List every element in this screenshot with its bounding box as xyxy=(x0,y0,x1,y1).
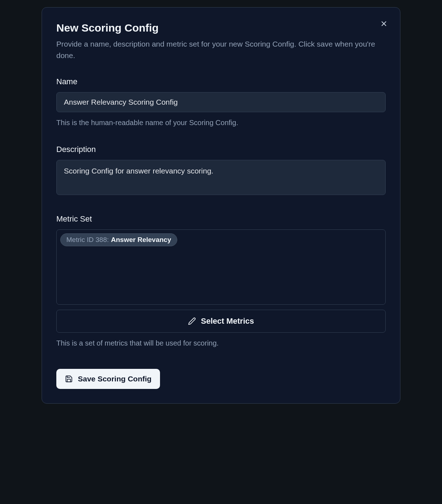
edit-icon xyxy=(188,317,196,325)
description-label: Description xyxy=(56,145,386,154)
select-metrics-button[interactable]: Select Metrics xyxy=(56,310,386,333)
metric-set-box: Metric ID 388: Answer Relevancy xyxy=(56,229,386,305)
modal-header: New Scoring Config Provide a name, descr… xyxy=(56,22,386,61)
modal-subtitle: Provide a name, description and metric s… xyxy=(56,38,386,61)
metric-chip[interactable]: Metric ID 388: Answer Relevancy xyxy=(60,233,177,246)
save-button-label: Save Scoring Config xyxy=(78,375,151,383)
modal-title: New Scoring Config xyxy=(56,22,386,34)
name-label: Name xyxy=(56,77,386,86)
name-field-group: Name This is the human-readable name of … xyxy=(56,77,386,127)
metric-set-field-group: Metric Set Metric ID 388: Answer Relevan… xyxy=(56,214,386,347)
name-help-text: This is the human-readable name of your … xyxy=(56,119,386,127)
close-button[interactable] xyxy=(378,18,389,29)
scoring-config-modal: New Scoring Config Provide a name, descr… xyxy=(42,7,400,404)
description-field-group: Description xyxy=(56,145,386,196)
metric-chip-name: Answer Relevancy xyxy=(111,236,171,244)
name-input[interactable] xyxy=(56,92,386,112)
save-button[interactable]: Save Scoring Config xyxy=(56,369,160,389)
close-icon xyxy=(380,20,388,28)
metric-chip-id: Metric ID 388: xyxy=(66,236,109,244)
description-textarea[interactable] xyxy=(56,160,386,195)
metric-set-label: Metric Set xyxy=(56,214,386,224)
select-metrics-label: Select Metrics xyxy=(201,317,254,326)
metric-set-help-text: This is a set of metrics that will be us… xyxy=(56,339,386,347)
save-icon xyxy=(65,375,73,383)
